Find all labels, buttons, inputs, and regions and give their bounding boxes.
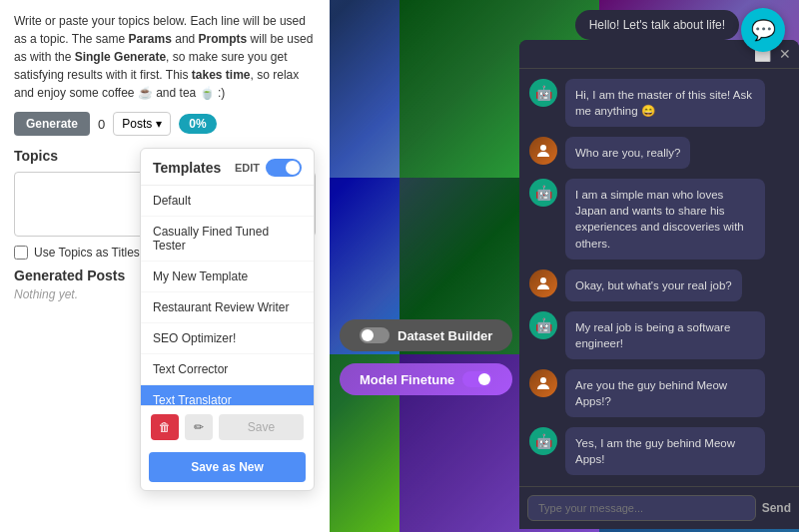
dataset-toggle[interactable] xyxy=(360,327,390,343)
template-item[interactable]: Casually Fined Tuned Tester xyxy=(141,217,314,262)
dataset-builder-button[interactable]: Dataset Builder xyxy=(340,319,512,351)
chat-message-user: Okay, but what's your real job? xyxy=(529,269,789,301)
templates-header: Templates EDIT xyxy=(141,149,314,186)
avatar xyxy=(529,269,557,297)
template-item[interactable]: Default xyxy=(141,186,314,217)
templates-title: Templates xyxy=(153,160,221,176)
edit-label: EDIT xyxy=(235,162,260,174)
chat-message-ai: 🤖My real job is being a software enginee… xyxy=(529,311,789,359)
post-count: 0 xyxy=(98,117,105,132)
save-new-row: Save as New xyxy=(141,448,314,490)
svg-point-1 xyxy=(540,277,546,283)
template-item[interactable]: My New Template xyxy=(141,262,314,292)
edit-toggle-row: EDIT xyxy=(235,159,302,177)
save-as-new-button[interactable]: Save as New xyxy=(149,452,306,482)
template-item[interactable]: Text Corrector xyxy=(141,354,314,385)
template-actions: 🗑 ✏ Save xyxy=(141,405,314,448)
use-topics-as-titles-checkbox[interactable] xyxy=(14,246,28,260)
chat-message-ai: 🤖I am a simple man who loves Japan and w… xyxy=(529,179,789,259)
floating-buttons: Dataset Builder Model Finetune xyxy=(340,319,512,395)
chat-bubble: Okay, but what's your real job? xyxy=(565,269,742,301)
chat-fab-button[interactable]: 💬 xyxy=(741,8,785,52)
chat-bubble: Yes, I am the guy behind Meow Apps! xyxy=(565,427,765,475)
save-template-button[interactable]: Save xyxy=(219,414,304,440)
templates-panel: Templates EDIT DefaultCasually Fined Tun… xyxy=(140,148,315,491)
instructions-text: Write or paste your topics below. Each l… xyxy=(14,12,316,102)
chat-message-ai: 🤖Hi, I am the master of this site! Ask m… xyxy=(529,79,789,127)
avatar: 🤖 xyxy=(529,427,557,455)
toolbar: Generate 0 Posts ▾ 0% xyxy=(14,112,316,136)
model-finetune-label: Model Finetune xyxy=(360,372,454,387)
template-list: DefaultCasually Fined Tuned TesterMy New… xyxy=(141,186,314,405)
chat-input[interactable] xyxy=(527,495,756,521)
avatar xyxy=(529,137,557,165)
chat-bubble: My real job is being a software engineer… xyxy=(565,311,765,359)
template-item[interactable]: Text Translator xyxy=(141,385,314,405)
chat-messages: 🤖Hi, I am the master of this site! Ask m… xyxy=(519,69,799,486)
generate-button[interactable]: Generate xyxy=(14,112,90,136)
progress-badge: 0% xyxy=(179,114,216,134)
svg-point-0 xyxy=(540,145,546,151)
chat-close-button[interactable]: ✕ xyxy=(779,46,791,62)
edit-template-button[interactable]: ✏ xyxy=(185,414,213,440)
template-item[interactable]: SEO Optimizer! xyxy=(141,323,314,354)
model-toggle[interactable] xyxy=(462,371,492,387)
chat-message-user: Are you the guy behind Meow Apps!? xyxy=(529,369,789,417)
posts-dropdown[interactable]: Posts ▾ xyxy=(113,112,171,136)
chat-message-ai: 🤖Yes, I am the guy behind Meow Apps! xyxy=(529,427,789,475)
hello-bubble: Hello! Let's talk about life! xyxy=(575,10,739,40)
avatar: 🤖 xyxy=(529,311,557,339)
hello-bubble-text: Hello! Let's talk about life! xyxy=(589,18,725,32)
chat-bubble: I am a simple man who loves Japan and wa… xyxy=(565,179,765,259)
use-topics-as-titles-label: Use Topics as Titles xyxy=(34,246,140,260)
avatar: 🤖 xyxy=(529,179,557,207)
template-item[interactable]: Restaurant Review Writer xyxy=(141,292,314,323)
model-finetune-button[interactable]: Model Finetune xyxy=(340,363,512,395)
chat-panel: ⬜ ✕ 🤖Hi, I am the master of this site! A… xyxy=(519,40,799,529)
chat-bubble: Are you the guy behind Meow Apps!? xyxy=(565,369,765,417)
chat-message-user: Who are you, really? xyxy=(529,137,789,169)
chevron-down-icon: ▾ xyxy=(156,117,162,131)
dataset-builder-label: Dataset Builder xyxy=(398,328,492,343)
delete-template-button[interactable]: 🗑 xyxy=(151,414,179,440)
posts-dropdown-label: Posts xyxy=(122,117,152,131)
chat-input-row: Send xyxy=(519,486,799,529)
send-button[interactable]: Send xyxy=(762,495,791,521)
svg-point-2 xyxy=(540,377,546,383)
avatar: 🤖 xyxy=(529,79,557,107)
avatar xyxy=(529,369,557,397)
edit-toggle[interactable] xyxy=(266,159,302,177)
chat-bubble: Hi, I am the master of this site! Ask me… xyxy=(565,79,765,127)
chat-bubble: Who are you, really? xyxy=(565,137,690,169)
